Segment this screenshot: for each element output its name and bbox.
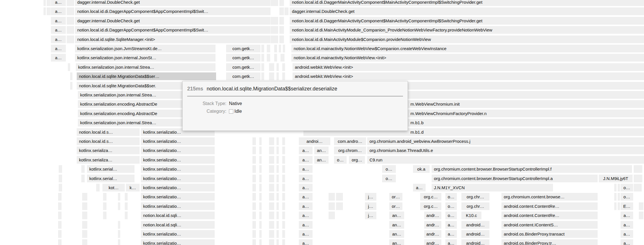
- stack-frame[interactable]: org.chr…: [461, 193, 489, 201]
- stack-frame[interactable]: a…: [621, 230, 633, 238]
- stack-frame-sliver[interactable]: [336, 202, 343, 210]
- stack-frame[interactable]: org.chrom…: [334, 147, 366, 154]
- stack-frame[interactable]: kotlinx.serializatio…: [141, 193, 215, 201]
- stack-frame-sliver[interactable]: [118, 221, 120, 229]
- stack-frame-sliver[interactable]: [58, 239, 62, 245]
- stack-frame-sliver[interactable]: [614, 202, 617, 210]
- stack-frame[interactable]: kotlinx.serializatio…: [141, 137, 215, 145]
- stack-frame[interactable]: android.os.BinderProxy.tr…: [501, 239, 598, 245]
- stack-frame-sliver[interactable]: [618, 184, 620, 191]
- stack-frame-sliver[interactable]: [269, 193, 274, 201]
- stack-frame-sliver[interactable]: [259, 165, 262, 173]
- stack-frame-sliver[interactable]: [252, 212, 256, 219]
- stack-frame[interactable]: a…: [299, 147, 313, 154]
- stack-frame[interactable]: o…: [621, 184, 633, 191]
- stack-frame-sliver[interactable]: [618, 202, 620, 210]
- stack-frame[interactable]: an…: [389, 230, 404, 238]
- stack-frame-sliver[interactable]: [276, 193, 279, 201]
- stack-frame-sliver[interactable]: [103, 212, 106, 219]
- stack-frame-sliver[interactable]: [58, 212, 62, 219]
- stack-frame-sliver[interactable]: [59, 184, 62, 191]
- stack-frame-sliver[interactable]: [81, 175, 85, 182]
- stack-frame[interactable]: a…: [51, 45, 66, 52]
- stack-frame-sliver[interactable]: [259, 137, 262, 145]
- stack-frame-sliver[interactable]: [614, 184, 617, 191]
- stack-frame-sliver[interactable]: [274, 54, 277, 62]
- stack-frame-sliver[interactable]: [259, 212, 262, 219]
- stack-frame-sliver[interactable]: [67, 35, 74, 43]
- stack-frame-sliver[interactable]: [47, 7, 51, 15]
- stack-frame-sliver[interactable]: [280, 54, 285, 62]
- stack-frame-sliver[interactable]: [271, 26, 278, 34]
- stack-frame-sliver[interactable]: [82, 230, 87, 238]
- stack-frame[interactable]: k…: [126, 184, 140, 191]
- stack-frame[interactable]: org.chromium.content.browser.BrowserStar…: [432, 175, 598, 182]
- stack-frame-sliver[interactable]: [276, 175, 279, 182]
- stack-frame[interactable]: o…: [334, 156, 347, 164]
- stack-frame[interactable]: com.getk…: [226, 45, 260, 52]
- stack-frame-sliver[interactable]: [329, 212, 335, 219]
- stack-frame[interactable]: android.webkit.WebView.<init>: [293, 72, 644, 80]
- stack-frame[interactable]: C9.run: [367, 156, 644, 164]
- stack-frame-sliver[interactable]: [274, 45, 277, 52]
- stack-frame-sliver[interactable]: [336, 193, 343, 201]
- stack-frame[interactable]: j…: [365, 212, 376, 219]
- stack-frame[interactable]: kotlinx.serial…: [87, 165, 135, 173]
- stack-frame-sliver[interactable]: [82, 193, 87, 201]
- stack-frame[interactable]: o…: [445, 193, 457, 201]
- stack-frame[interactable]: a…: [51, 54, 66, 62]
- stack-frame[interactable]: an…: [389, 221, 404, 229]
- stack-frame[interactable]: kotlinx.serialization.json.internal.Json…: [75, 54, 216, 62]
- stack-frame-sliver[interactable]: [125, 212, 128, 219]
- stack-frame[interactable]: a…: [621, 212, 633, 219]
- stack-frame-sliver[interactable]: [58, 202, 62, 210]
- stack-frame[interactable]: a…: [51, 26, 66, 34]
- stack-frame-sliver[interactable]: [259, 147, 262, 154]
- stack-frame[interactable]: a…: [445, 239, 457, 245]
- stack-frame-sliver[interactable]: [259, 221, 262, 229]
- stack-frame-sliver[interactable]: [282, 239, 285, 245]
- stack-frame-sliver[interactable]: [259, 202, 262, 210]
- stack-frame-sliver[interactable]: [276, 156, 279, 164]
- stack-frame-sliver[interactable]: [252, 221, 256, 229]
- stack-frame[interactable]: an…: [314, 156, 329, 164]
- stack-frame-sliver[interactable]: [282, 72, 285, 80]
- stack-frame[interactable]: dagger.internal.DoubleCheck.get: [290, 7, 644, 15]
- stack-frame-sliver[interactable]: [639, 202, 643, 210]
- stack-frame-sliver[interactable]: [82, 202, 87, 210]
- stack-frame-sliver[interactable]: [44, 7, 46, 15]
- stack-frame[interactable]: com.getk…: [226, 72, 260, 80]
- stack-frame-sliver[interactable]: [282, 212, 285, 219]
- stack-frame-sliver[interactable]: [276, 239, 279, 245]
- stack-frame-sliver[interactable]: [252, 165, 256, 173]
- stack-frame-sliver[interactable]: [59, 175, 62, 182]
- stack-frame-sliver[interactable]: [81, 165, 85, 173]
- stack-frame[interactable]: android.webkit.WebView.<init>: [293, 63, 644, 71]
- stack-frame[interactable]: a…: [299, 193, 313, 201]
- stack-frame[interactable]: an…: [314, 147, 329, 154]
- stack-frame-sliver[interactable]: [259, 175, 262, 182]
- stack-frame-sliver[interactable]: [279, 45, 281, 52]
- stack-frame[interactable]: notion.local.id.sqlite.SqliteManager.<in…: [75, 35, 270, 43]
- stack-frame[interactable]: com.getk…: [226, 63, 260, 71]
- stack-frame-sliver[interactable]: [59, 165, 62, 173]
- stack-frame[interactable]: android.os.BinderProxy.transact: [501, 230, 598, 238]
- stack-frame-sliver[interactable]: [271, 17, 278, 25]
- stack-frame[interactable]: org.chr…: [461, 202, 489, 210]
- stack-frame[interactable]: o…: [382, 165, 396, 173]
- stack-frame-sliver[interactable]: [276, 165, 279, 173]
- stack-frame-sliver[interactable]: [282, 230, 285, 238]
- stack-frame-sliver[interactable]: [259, 230, 262, 238]
- stack-frame-sliver[interactable]: [276, 202, 279, 210]
- stack-frame-sliver[interactable]: [261, 72, 264, 80]
- stack-frame-sliver[interactable]: [82, 221, 87, 229]
- stack-frame[interactable]: org.c…: [420, 193, 441, 201]
- stack-frame[interactable]: kotlinx.serializatio…: [141, 175, 215, 182]
- stack-frame-sliver[interactable]: [329, 202, 335, 210]
- stack-frame-sliver[interactable]: [118, 202, 120, 210]
- stack-frame-sliver[interactable]: [282, 221, 285, 229]
- stack-frame-sliver[interactable]: [252, 202, 256, 210]
- stack-frame[interactable]: a…: [299, 175, 313, 182]
- stack-frame[interactable]: org.chromium.base.ThreadUtils.e: [367, 147, 644, 154]
- stack-frame-sliver[interactable]: [283, 45, 285, 52]
